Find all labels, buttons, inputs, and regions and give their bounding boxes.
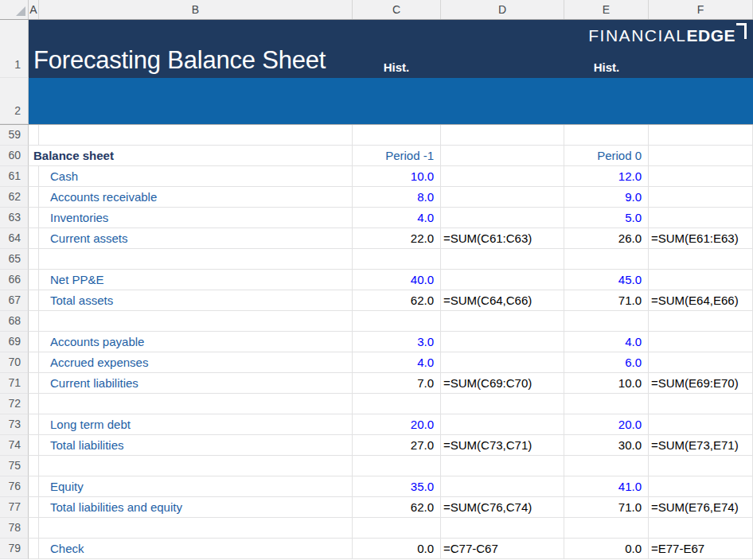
row-header-77[interactable]: 77 xyxy=(0,497,29,518)
cell-F71[interactable]: =SUM(E69:E70) xyxy=(649,373,753,394)
cell-E65[interactable] xyxy=(564,249,649,270)
cell-A73[interactable] xyxy=(29,414,39,435)
cell-F77[interactable]: =SUM(E76,E74) xyxy=(649,497,753,518)
row-header-59[interactable]: 59 xyxy=(0,125,29,146)
cell-B65[interactable] xyxy=(39,249,353,270)
row-header-63[interactable]: 63 xyxy=(0,208,29,228)
cell-F72[interactable] xyxy=(649,394,753,414)
row-header-1[interactable]: 1 xyxy=(0,20,29,78)
row-header-72[interactable]: 72 xyxy=(0,394,29,414)
cell-F68[interactable] xyxy=(649,311,753,332)
cell-D70[interactable] xyxy=(441,352,564,373)
row-header-67[interactable]: 67 xyxy=(0,290,29,311)
cell-B63[interactable]: Inventories xyxy=(39,208,353,228)
column-header-E[interactable]: E xyxy=(564,0,649,19)
cell-E64[interactable]: 26.0 xyxy=(564,228,649,249)
cell-F70[interactable] xyxy=(649,352,753,373)
cell-F64[interactable]: =SUM(E61:E63) xyxy=(649,228,753,249)
cell-D71[interactable]: =SUM(C69:C70) xyxy=(441,373,564,394)
row-header-60[interactable]: 60 xyxy=(0,146,29,166)
cell-D74[interactable]: =SUM(C73,C71) xyxy=(441,435,564,456)
cell-E74[interactable]: 30.0 xyxy=(564,435,649,456)
cell-B61[interactable]: Cash xyxy=(39,166,353,187)
cell-F74[interactable]: =SUM(E73,E71) xyxy=(649,435,753,456)
row-header-76[interactable]: 76 xyxy=(0,476,29,497)
cell-A79[interactable] xyxy=(29,539,39,559)
banner-row-2[interactable] xyxy=(29,78,753,124)
row-header-62[interactable]: 62 xyxy=(0,187,29,208)
cell-B62[interactable]: Accounts receivable xyxy=(39,187,353,208)
cell-E71[interactable]: 10.0 xyxy=(564,373,649,394)
column-header-F[interactable]: F xyxy=(649,0,753,19)
cell-C77[interactable]: 62.0 xyxy=(353,497,441,518)
cell-A68[interactable] xyxy=(29,311,39,332)
cell-A74[interactable] xyxy=(29,435,39,456)
cell-C68[interactable] xyxy=(353,311,441,332)
cell-F78[interactable] xyxy=(649,518,753,539)
cell-A61[interactable] xyxy=(29,166,39,187)
row-header-2[interactable]: 2 xyxy=(0,78,29,124)
cell-B75[interactable] xyxy=(39,456,353,476)
row-header-71[interactable]: 71 xyxy=(0,373,29,394)
cell-C59[interactable] xyxy=(353,125,441,146)
cell-F73[interactable] xyxy=(649,414,753,435)
cell-A62[interactable] xyxy=(29,187,39,208)
cell-F66[interactable] xyxy=(649,270,753,290)
cell-E69[interactable]: 4.0 xyxy=(564,332,649,352)
cell-E76[interactable]: 41.0 xyxy=(564,476,649,497)
cell-D62[interactable] xyxy=(441,187,564,208)
cell-A65[interactable] xyxy=(29,249,39,270)
title-banner-cell[interactable]: Forecasting Balance Sheet Hist. Hist. FI… xyxy=(29,20,753,78)
cell-B67[interactable]: Total assets xyxy=(39,290,353,311)
cell-D75[interactable] xyxy=(441,456,564,476)
row-header-68[interactable]: 68 xyxy=(0,311,29,332)
cell-A66[interactable] xyxy=(29,270,39,290)
cell-C67[interactable]: 62.0 xyxy=(353,290,441,311)
cell-B72[interactable] xyxy=(39,394,353,414)
cell-D72[interactable] xyxy=(441,394,564,414)
row-header-69[interactable]: 69 xyxy=(0,332,29,352)
cell-B69[interactable]: Accounts payable xyxy=(39,332,353,352)
cell-A67[interactable] xyxy=(29,290,39,311)
cell-A70[interactable] xyxy=(29,352,39,373)
cell-A60[interactable]: Balance sheet xyxy=(29,146,39,166)
cell-C64[interactable]: 22.0 xyxy=(353,228,441,249)
cell-C73[interactable]: 20.0 xyxy=(353,414,441,435)
cell-D77[interactable]: =SUM(C76,C74) xyxy=(441,497,564,518)
cell-E68[interactable] xyxy=(564,311,649,332)
cell-F59[interactable] xyxy=(649,125,753,146)
cell-C70[interactable]: 4.0 xyxy=(353,352,441,373)
cell-F60[interactable] xyxy=(649,146,753,166)
cell-E66[interactable]: 45.0 xyxy=(564,270,649,290)
cell-D59[interactable] xyxy=(441,125,564,146)
cell-E60[interactable]: Period 0 xyxy=(564,146,649,166)
cell-A69[interactable] xyxy=(29,332,39,352)
cell-C71[interactable]: 7.0 xyxy=(353,373,441,394)
cell-D67[interactable]: =SUM(C64,C66) xyxy=(441,290,564,311)
row-header-65[interactable]: 65 xyxy=(0,249,29,270)
row-header-64[interactable]: 64 xyxy=(0,228,29,249)
cell-A63[interactable] xyxy=(29,208,39,228)
cell-C75[interactable] xyxy=(353,456,441,476)
column-header-D[interactable]: D xyxy=(441,0,564,19)
cell-D64[interactable]: =SUM(C61:C63) xyxy=(441,228,564,249)
cell-E59[interactable] xyxy=(564,125,649,146)
cell-C76[interactable]: 35.0 xyxy=(353,476,441,497)
row-header-79[interactable]: 79 xyxy=(0,539,29,559)
cell-D65[interactable] xyxy=(441,249,564,270)
cell-C78[interactable] xyxy=(353,518,441,539)
cell-F69[interactable] xyxy=(649,332,753,352)
cell-F67[interactable]: =SUM(E64,E66) xyxy=(649,290,753,311)
cell-E63[interactable]: 5.0 xyxy=(564,208,649,228)
cell-C72[interactable] xyxy=(353,394,441,414)
cell-B70[interactable]: Accrued expenses xyxy=(39,352,353,373)
cell-B66[interactable]: Net PP&E xyxy=(39,270,353,290)
cell-F61[interactable] xyxy=(649,166,753,187)
cell-B73[interactable]: Long term debt xyxy=(39,414,353,435)
cell-C65[interactable] xyxy=(353,249,441,270)
row-header-61[interactable]: 61 xyxy=(0,166,29,187)
cell-F79[interactable]: =E77-E67 xyxy=(649,539,753,559)
cell-A76[interactable] xyxy=(29,476,39,497)
cell-D61[interactable] xyxy=(441,166,564,187)
cell-D60[interactable] xyxy=(441,146,564,166)
